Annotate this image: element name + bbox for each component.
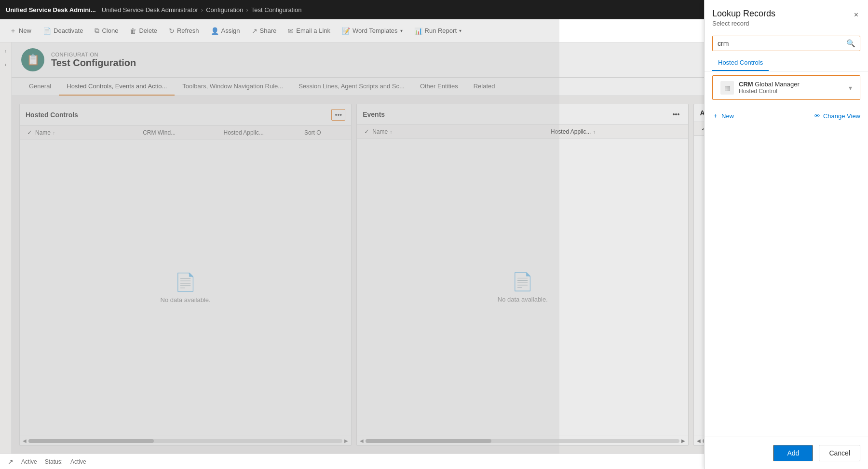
run-report-icon: 📊 [414,27,422,35]
sidebar-collapse-btn-1[interactable]: ‹ [1,46,11,56]
status-link-icon[interactable]: ↗ [8,458,14,466]
run-report-button[interactable]: 📊 Run Report ▾ [409,25,466,37]
lookup-change-view-icon: 👁 [814,112,820,120]
lookup-result-item-crm[interactable]: ▦ CRM Global Manager Hosted Control ▾ [712,75,860,100]
hosted-controls-col-header: ✓ Name ↑ CRM Wind... Hosted Applic... So… [20,126,351,139]
tab-general[interactable]: General [21,78,59,96]
sort-name-icon-hc[interactable]: ↑ [53,130,55,136]
app-title: Unified Service Desk Admini... [6,6,96,14]
lookup-item-type-crm: Hosted Control [739,88,844,95]
col-name-hc[interactable]: Name ↑ [35,129,143,136]
lookup-add-button[interactable]: Add [773,445,813,461]
word-templates-label: Word Templates [353,27,397,34]
lookup-new-plus-icon: ＋ [712,111,719,120]
deactivate-button[interactable]: 📄 Deactivate [38,25,88,37]
run-report-chevron-icon: ▾ [459,28,461,33]
scroll-left-arrow-ac[interactable]: ◀ [697,438,701,443]
checkmark-icon-hc: ✓ [27,129,32,136]
new-icon: ＋ [10,27,16,35]
lookup-item-info-crm: CRM Global Manager Hosted Control [739,81,844,95]
events-title: Events [363,110,385,118]
lookup-header-text: Lookup Records Select record [712,9,775,27]
record-avatar-icon: 📋 [27,54,40,66]
scroll-left-arrow-hc[interactable]: ◀ [23,438,27,443]
record-info: CONFIGURATION Test Configuration [51,52,136,69]
col-name-ev[interactable]: Name ↑ [372,128,551,135]
email-button[interactable]: ✉ Email a Link [283,25,335,37]
lookup-change-view-label: Change View [823,112,860,120]
assign-button[interactable]: 👤 Assign [206,25,245,37]
scroll-track-hc[interactable] [28,439,342,443]
share-button[interactable]: ↗ Share [247,25,282,37]
sidebar-collapse-btn-2[interactable]: ‹ [1,60,11,69]
breadcrumb-sep-2: › [246,6,248,14]
hosted-controls-title: Hosted Controls [26,111,78,119]
lookup-tab-hosted-controls[interactable]: Hosted Controls [712,55,769,71]
events-col-header: ✓ Name ↑ Hosted Applic... ↑ [357,125,688,138]
clone-button[interactable]: ⧉ Clone [90,24,123,37]
col-hosted-hc[interactable]: Hosted Applic... [224,129,304,136]
lookup-close-button[interactable]: × [852,9,860,21]
lookup-change-view-button[interactable]: 👁 Change View [814,109,860,124]
lookup-item-chevron-icon: ▾ [849,84,852,92]
assign-icon: 👤 [211,27,219,35]
events-more-btn[interactable]: ••• [670,109,683,120]
lookup-new-button[interactable]: ＋ New [712,108,734,124]
deactivate-icon: 📄 [43,27,51,35]
col-hosted-ev[interactable]: Hosted Applic... ↑ [551,128,684,135]
word-templates-chevron-icon: ▾ [400,28,403,33]
sort-name-icon-ev[interactable]: ↑ [390,129,393,135]
lookup-footer: Add Cancel [705,437,868,469]
email-icon: ✉ [288,27,294,35]
tab-related[interactable]: Related [466,78,503,96]
delete-button[interactable]: 🗑 Delete [125,25,162,37]
col-check-hc: ✓ [24,129,35,136]
col-crm-hc[interactable]: CRM Wind... [143,129,223,136]
scroll-right-arrow-hc[interactable]: ▶ [344,438,348,443]
lookup-subtitle: Select record [712,20,775,27]
lookup-header: Lookup Records Select record × [705,0,868,32]
lookup-actions-row: ＋ New 👁 Change View [705,104,868,128]
breadcrumb-part-2: Configuration [206,6,243,14]
ev-scroll-bar: ◀ ▶ [357,436,688,445]
no-data-icon-hc: 📄 [175,272,196,292]
scroll-right-arrow-ev[interactable]: ▶ [681,438,685,443]
refresh-icon: ↻ [169,27,175,35]
assign-label: Assign [221,27,240,34]
lookup-search-icon: 🔍 [846,39,855,48]
deactivate-label: Deactivate [54,27,83,34]
hc-scroll-bar: ◀ ▶ [20,436,351,445]
status-active: Active [21,458,37,465]
tab-other-entities[interactable]: Other Entities [412,78,466,96]
refresh-label: Refresh [177,27,199,34]
lookup-item-icon-crm: ▦ [720,81,734,95]
breadcrumb-part-1: Unified Service Desk Administrator [102,6,198,14]
hosted-controls-more-btn[interactable]: ••• [331,109,345,121]
lookup-cancel-button[interactable]: Cancel [819,445,860,461]
sort-hosted-icon-ev[interactable]: ↑ [593,129,596,135]
word-templates-button[interactable]: 📝 Word Templates ▾ [337,25,407,37]
col-sort-hc[interactable]: Sort O [304,129,347,136]
clone-icon: ⧉ [95,27,99,35]
no-data-text-hc: No data available. [161,296,211,303]
new-button[interactable]: ＋ New [5,24,36,38]
lookup-tabs: Hosted Controls [705,55,868,71]
tab-session-lines[interactable]: Session Lines, Agent Scripts and Sc... [291,78,412,96]
lookup-panel: Lookup Records Select record × 🔍 Hosted … [704,0,868,469]
lookup-title: Lookup Records [712,9,775,19]
clone-label: Clone [102,27,118,34]
scroll-thumb-ev [366,439,491,443]
tab-hosted-controls[interactable]: Hosted Controls, Events and Actio... [59,78,175,96]
no-data-text-ev: No data available. [498,296,548,303]
refresh-button[interactable]: ↻ Refresh [164,25,204,37]
checkmark-icon-ev: ✓ [364,128,369,135]
lookup-search-input[interactable] [712,36,860,51]
status-value: Active [70,458,86,465]
scroll-track-ev[interactable] [366,439,679,443]
lookup-new-label: New [721,112,734,120]
scroll-left-arrow-ev[interactable]: ◀ [360,438,364,443]
tab-toolbars[interactable]: Toolbars, Window Navigation Rule... [175,78,291,96]
hosted-controls-grid: Hosted Controls ••• ✓ Name ↑ CRM Wind... [19,104,352,446]
lookup-item-name-crm: CRM Global Manager [739,81,844,88]
record-avatar: 📋 [21,48,44,71]
